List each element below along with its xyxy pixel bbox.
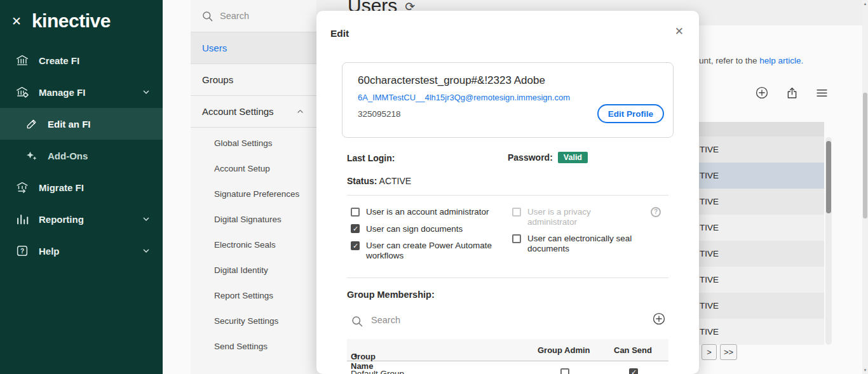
edit-profile-button[interactable]: Edit Profile [597, 104, 664, 123]
help-article-link[interactable]: help article. [759, 56, 803, 65]
subnav-item-global-settings[interactable]: Global Settings [191, 130, 316, 156]
subnav-item-digital-identity[interactable]: Digital Identity [191, 257, 316, 283]
table-row[interactable]: TIVE [699, 267, 824, 293]
add-user-button[interactable] [755, 86, 769, 100]
column-header-group-admin: Group Admin [538, 345, 590, 355]
subnav-item-security-settings[interactable]: Security Settings [191, 308, 316, 333]
password-status-badge: Valid [558, 152, 588, 163]
sidebar-item-label: Create FI [39, 55, 79, 66]
chevron-down-icon[interactable] [141, 214, 151, 224]
pagination-last-button[interactable]: >> [720, 344, 737, 360]
help-text: unt, refer to the [699, 56, 759, 65]
export-icon[interactable] [785, 86, 799, 100]
sidebar-item-reporting[interactable]: Reporting [0, 203, 163, 235]
sparkle-icon [25, 149, 38, 162]
status-value: ACTIVE [379, 176, 412, 186]
info-icon[interactable] [651, 207, 661, 217]
sidebar-item-manage-fi[interactable]: Manage FI [0, 76, 163, 108]
table-row[interactable]: TIVE [699, 319, 824, 345]
sign-documents-checkbox[interactable] [351, 224, 360, 233]
window-scrollbar-thumb[interactable] [863, 93, 867, 218]
subnav-item-users[interactable]: Users [191, 32, 316, 63]
divider [347, 195, 668, 196]
permission-row-sign-documents: User can sign documents [351, 224, 507, 234]
account-admin-checkbox[interactable] [351, 208, 360, 217]
edit-user-modal: Edit ✕ 60characterstest_group#&!2323 Ado… [316, 11, 699, 374]
subnav-item-electronic-seals[interactable]: Electronic Seals [191, 232, 316, 257]
chevron-up-icon[interactable] [295, 107, 305, 116]
table-scrollbar-thumb[interactable] [826, 141, 831, 213]
group-table-header: Group Name▲ Group Admin Can Send [347, 339, 668, 361]
chevron-down-icon[interactable] [141, 87, 151, 97]
svg-text:?: ? [20, 248, 24, 255]
table-scrollbar[interactable] [825, 137, 832, 345]
last-login-label: Last Login: [347, 153, 395, 163]
status-label: Status: [347, 176, 377, 186]
subnav-item-account-settings[interactable]: Account Settings [191, 95, 316, 127]
user-email-link[interactable]: 6A_IMMTestCU__4lh15jr3Qg@remotesign.imme… [358, 93, 570, 102]
permission-label: User is an account administrator [366, 207, 489, 217]
sidebar-item-edit-an-fi[interactable]: Edit an FI [0, 108, 163, 140]
pagination: > >> [702, 344, 737, 360]
search-icon [351, 315, 363, 328]
sidebar-item-create-fi[interactable]: Create FI [0, 44, 163, 76]
scroll-up-icon[interactable]: ▲ [862, 2, 868, 6]
sidebar-item-label: Migrate FI [39, 182, 84, 193]
power-automate-checkbox[interactable] [351, 241, 360, 250]
user-id: 325095218 [358, 109, 401, 119]
permission-label: User can electronically seal documents [527, 234, 661, 253]
permission-row-privacy-admin: User is a privacy administrator [512, 207, 661, 227]
account-settings-children: Global Settings Account Setup Signature … [191, 127, 316, 359]
profile-card: 60characterstest_group#&!2323 Adobe 6A_I… [342, 62, 674, 138]
sidebar-item-label: Reporting [39, 214, 84, 225]
permissions-section: User is an account administrator User ca… [351, 207, 668, 274]
table-row[interactable]: TIVE [699, 241, 824, 267]
primary-sidebar: ✕ kinective Create FI Manage FI Edit an … [0, 0, 163, 374]
sort-ascending-icon[interactable]: ▲ [353, 352, 358, 357]
divider [347, 277, 668, 278]
subnav-item-label: Account Settings [202, 106, 274, 117]
sidebar-item-help[interactable]: ? Help [0, 235, 163, 267]
electronic-seal-checkbox[interactable] [512, 234, 521, 243]
menu-icon[interactable] [815, 86, 829, 100]
chevron-down-icon[interactable] [141, 246, 151, 256]
bar-chart-icon [15, 212, 29, 226]
table-row[interactable]: TIVE [699, 293, 824, 319]
add-group-button[interactable] [652, 312, 666, 326]
table-row[interactable]: TIVE [699, 189, 824, 215]
subnav-search [191, 0, 316, 32]
modal-title: Edit [330, 28, 349, 39]
group-admin-checkbox[interactable] [560, 368, 569, 374]
window-scrollbar[interactable]: ▲ ▼ [862, 0, 868, 374]
table-row[interactable]: TIVE [699, 163, 824, 189]
scroll-down-icon[interactable]: ▼ [862, 368, 868, 372]
sidebar-item-migrate-fi[interactable]: Migrate FI [0, 171, 163, 203]
sidebar-item-add-ons[interactable]: Add-Ons [0, 140, 163, 171]
settings-subnav: Users Groups Account Settings Global Set… [191, 0, 316, 374]
search-icon [201, 10, 214, 22]
user-name: 60characterstest_group#&!2323 Adobe [358, 74, 667, 87]
sidebar-collapse-icon[interactable]: ✕ [11, 15, 22, 27]
subnav-search-input[interactable] [220, 11, 296, 21]
subnav-item-account-setup[interactable]: Account Setup [191, 156, 316, 181]
permission-label: User can sign documents [366, 224, 463, 234]
close-icon[interactable]: ✕ [675, 26, 684, 37]
can-send-checkbox[interactable] [629, 368, 638, 374]
group-row: Default Group [347, 361, 668, 374]
subnav-item-signature-preferences[interactable]: Signature Preferences [191, 181, 316, 206]
logo-row: ✕ kinective [0, 0, 163, 39]
subnav-item-label: Users [202, 43, 227, 53]
sidebar-item-label: Add-Ons [48, 150, 88, 161]
column-header-can-send: Can Send [614, 345, 652, 355]
permission-row-power-automate: User can create Power Automate workflows [351, 241, 507, 260]
sidebar-nav: Create FI Manage FI Edit an FI Add-Ons M… [0, 44, 163, 267]
subnav-item-digital-signatures[interactable]: Digital Signatures [191, 206, 316, 232]
table-row[interactable]: TIVE [699, 215, 824, 241]
subnav-item-send-settings[interactable]: Send Settings [191, 333, 316, 359]
group-search-input[interactable] [371, 315, 600, 325]
subnav-item-report-settings[interactable]: Report Settings [191, 283, 316, 308]
subnav-item-groups[interactable]: Groups [191, 63, 316, 95]
table-row[interactable]: TIVE [699, 137, 824, 163]
kinective-logo: kinective [32, 10, 111, 32]
pagination-next-button[interactable]: > [702, 344, 717, 360]
